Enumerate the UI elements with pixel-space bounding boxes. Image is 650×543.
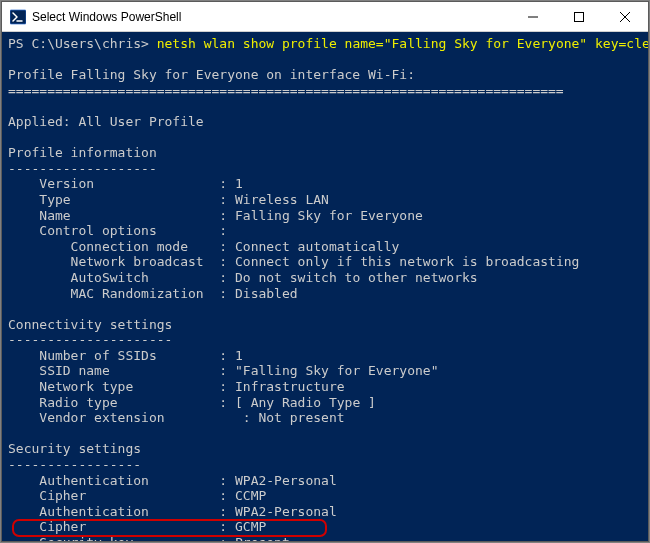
terminal-area[interactable]: PS C:\Users\chris> netsh wlan show profi… [2, 32, 648, 541]
close-button[interactable] [602, 2, 648, 31]
powershell-window: Select Windows PowerShell PS C:\Users\ch… [1, 1, 649, 542]
row: Connection mode : Connect automatically [8, 239, 642, 255]
section-title-profile: Profile information [8, 145, 642, 161]
row: Security key : Present [8, 535, 642, 541]
window-title: Select Windows PowerShell [32, 10, 510, 24]
row: AutoSwitch : Do not switch to other netw… [8, 270, 642, 286]
section-dash-profile: ------------------- [8, 161, 642, 177]
row: Number of SSIDs : 1 [8, 348, 642, 364]
row: Network broadcast : Connect only if this… [8, 254, 642, 270]
row: Authentication : WPA2-Personal [8, 504, 642, 520]
minimize-button[interactable] [510, 2, 556, 31]
row: MAC Randomization : Disabled [8, 286, 642, 302]
maximize-button[interactable] [556, 2, 602, 31]
svg-rect-3 [575, 12, 584, 21]
applied-line: Applied: All User Profile [8, 114, 642, 130]
row: Version : 1 [8, 176, 642, 192]
row: Network type : Infrastructure [8, 379, 642, 395]
row: Vendor extension : Not present [8, 410, 642, 426]
prompt-line: PS C:\Users\chris> netsh wlan show profi… [8, 36, 642, 52]
row: Control options : [8, 223, 642, 239]
section-dash-connectivity: --------------------- [8, 332, 642, 348]
row: Cipher : CCMP [8, 488, 642, 504]
prompt-text: PS C:\Users\chris> [8, 36, 157, 51]
row: SSID name : "Falling Sky for Everyone" [8, 363, 642, 379]
row: Authentication : WPA2-Personal [8, 473, 642, 489]
svg-rect-0 [10, 10, 26, 24]
section-title-security: Security settings [8, 441, 642, 457]
row: Radio type : [ Any Radio Type ] [8, 395, 642, 411]
window-controls [510, 2, 648, 31]
section-dash-security: ----------------- [8, 457, 642, 473]
section-title-connectivity: Connectivity settings [8, 317, 642, 333]
powershell-icon [10, 9, 26, 25]
titlebar[interactable]: Select Windows PowerShell [2, 2, 648, 32]
separator: ========================================… [8, 83, 642, 99]
row: Type : Wireless LAN [8, 192, 642, 208]
row: Name : Falling Sky for Everyone [8, 208, 642, 224]
row: Cipher : GCMP [8, 519, 642, 535]
command-text: netsh wlan show profile name="Falling Sk… [157, 36, 648, 51]
profile-header: Profile Falling Sky for Everyone on inte… [8, 67, 642, 83]
